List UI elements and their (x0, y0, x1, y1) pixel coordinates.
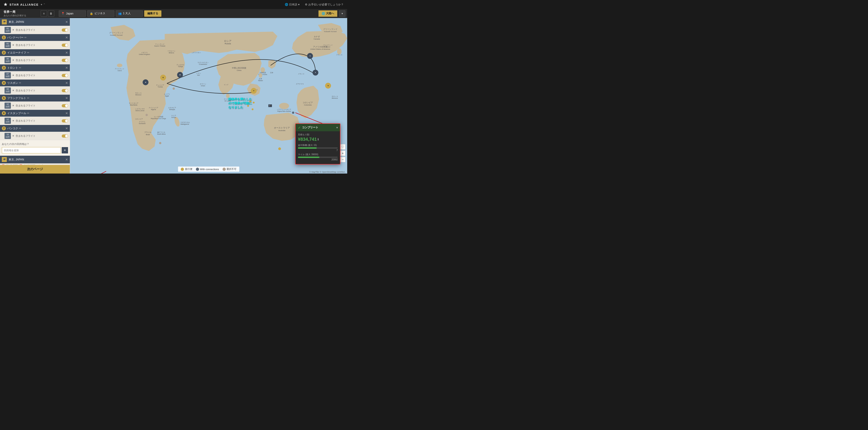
legend-unavailable-dot (222, 168, 225, 171)
class-filter[interactable]: 🔒 ビジネス (87, 10, 114, 17)
pin-vancouver[interactable]: 1 (313, 70, 318, 75)
sidebar-bottom: 次のページ (0, 165, 70, 173)
svg-text:République du Congo: République du Congo (151, 118, 166, 120)
tokyo-start-name: 東京, JAPAN (8, 20, 24, 24)
next-destination-section: あなたの次の目的地は？ + (0, 140, 70, 156)
flight-toggle-3[interactable] (62, 59, 68, 62)
svg-text:アメリカ合衆国: アメリカ合衆国 (313, 46, 327, 48)
close-icon[interactable]: ✕ (65, 20, 68, 24)
continent-button[interactable]: 🌐 大陸へ (318, 10, 337, 17)
vancouver-name: バンクーバー (7, 36, 24, 39)
destination-item-yellowknife: 2 イエローナイフ ✏ ✕ (0, 49, 70, 56)
pin-tokyo[interactable]: 🏴 (268, 104, 272, 107)
close-icon-return[interactable]: ✕ (65, 158, 68, 161)
price-value: ¥834,741 ℹ (298, 137, 338, 142)
close-icon-istanbul[interactable]: ✕ (65, 111, 68, 115)
svg-text:南アフリカ: 南アフリカ (157, 132, 165, 133)
flight-toggle-6[interactable] (62, 104, 68, 107)
flight-row-5: 0810月 ✈ 含まれるフライト (0, 87, 70, 95)
sub-navigation: 世界一周 あなたの旅を計画する ≡ 🗑 📍 Japan 🔒 ビジネス 👥 1 大… (0, 9, 347, 18)
date-badge-5: 0810月 (4, 88, 11, 94)
language-selector[interactable]: 🌐 日本語 ▾ (285, 3, 300, 6)
pin-istanbul[interactable]: 6 (177, 72, 183, 78)
dest-number-5: 5 (2, 96, 6, 100)
filter-bar: 📍 Japan 🔒 ビジネス 👥 1 大人 編集する (59, 10, 317, 17)
pin-toronto[interactable]: 3 (325, 83, 331, 89)
miles-value: 20992 (298, 158, 338, 161)
svg-text:モーリタニア: モーリタニア (129, 102, 138, 104)
pin-frankfurt[interactable]: 5 (160, 74, 166, 80)
close-icon-vancouver[interactable]: ✕ (65, 36, 68, 39)
edit-icon-istanbul[interactable]: ✏ (27, 111, 29, 115)
flight-toggle-2[interactable] (62, 44, 68, 47)
plane-icon: ✈ (12, 29, 14, 31)
edit-icon-lisbon[interactable]: ✏ (19, 81, 21, 85)
svg-text:Papua New Guinea: Papua New Guinea (277, 110, 291, 112)
close-icon-bangkok[interactable]: ✕ (65, 127, 68, 130)
lock-icon: 🔒 (90, 12, 93, 15)
edit-icon-yellowknife[interactable]: ✏ (27, 51, 29, 54)
zoom-in-button[interactable]: + (340, 151, 345, 156)
heart-button[interactable]: ♡ (340, 144, 345, 150)
help-link[interactable]: ⚙ お手伝いが必要でしょうか？ (305, 3, 344, 6)
stopovers-stat: 途中降機 (最大 15) 7 (298, 144, 338, 152)
main-content: 🏴 東京, JAPAN ✕ 0110月 ✈ 含まれるフライト 1 バンクーバー … (0, 18, 347, 173)
legend-connections: With connections (196, 168, 219, 171)
dest-number-2: 2 (2, 51, 6, 55)
dot-australia (278, 147, 281, 150)
edit-icon-toronto[interactable]: ✏ (19, 66, 21, 69)
delete-button[interactable]: 🗑 (48, 10, 54, 17)
close-icon-lisbon[interactable]: ✕ (65, 81, 68, 85)
card-chevron[interactable]: ▾ (336, 126, 338, 129)
next-dest-input[interactable] (2, 147, 61, 154)
dest-number-1: 1 (2, 35, 6, 39)
svg-text:イラン: イラン (196, 72, 201, 74)
svg-text:モロッコ: モロッコ (332, 96, 338, 97)
destination-filter[interactable]: 📍 Japan (59, 10, 86, 17)
edit-icon-bangkok[interactable]: ✏ (19, 127, 21, 130)
next-dest-input-row: + (2, 147, 68, 154)
destination-item-toronto: 3 トロント ✏ ✕ (0, 64, 70, 71)
settings-icon: ⚙ (305, 3, 307, 6)
dot-pac-island (292, 111, 294, 114)
price-label: 見積もり額: (298, 133, 338, 136)
pin-yellowknife[interactable]: 2 (307, 53, 313, 59)
svg-text:中華人民共和国: 中華人民共和国 (232, 67, 246, 69)
close-icon-toronto[interactable]: ✕ (65, 66, 68, 70)
legend-direct: 直行便 (181, 167, 192, 171)
next-page-button[interactable]: 次のページ (0, 165, 70, 173)
date-badge-7: 1210月 (4, 118, 11, 124)
pin-lisbon[interactable]: 4 (143, 79, 149, 85)
edit-button[interactable]: 編集する (144, 10, 161, 17)
map-controls: ♡ + − (340, 144, 345, 162)
flight-toggle-4[interactable] (62, 74, 68, 77)
sort-button[interactable]: ≡ (41, 10, 47, 17)
zoom-out-button[interactable]: − (340, 157, 345, 162)
close-icon-yellowknife[interactable]: ✕ (65, 51, 68, 55)
brand-tagline: ✦ ˜ (40, 3, 45, 6)
edit-icon-vancouver[interactable]: ✏ (24, 36, 27, 39)
svg-text:O'zbekiston: O'zbekiston (199, 64, 207, 65)
dot-portugal (173, 88, 175, 90)
stopovers-fill (298, 147, 317, 149)
toolbar-icons: ≡ 🗑 (40, 10, 55, 17)
svg-text:Australia: Australia (278, 130, 285, 132)
close-icon-frankfurt[interactable]: ✕ (65, 96, 68, 100)
flight-row-1: 0110月 ✈ 含まれるフライト (0, 26, 70, 34)
svg-text:カナダ: カナダ (314, 35, 320, 38)
collapse-button[interactable]: ▾ (339, 10, 345, 17)
info-card-header: ✓ コンプリート ▾ (296, 124, 340, 131)
edit-icon-frankfurt[interactable]: ✏ (27, 97, 29, 100)
add-destination-button[interactable]: + (62, 147, 68, 154)
pin-bangkok[interactable]: 7 (251, 88, 256, 94)
svg-text:フィンランド: フィンランド (155, 43, 164, 45)
flight-toggle-8[interactable] (62, 134, 68, 138)
greenland-left-label: グリーンランド (109, 32, 123, 34)
svg-text:Madagascar: Madagascar (180, 123, 189, 125)
passengers-filter[interactable]: 👥 1 大人 (116, 10, 143, 17)
flight-toggle-1[interactable] (62, 29, 68, 32)
flight-label-1: 含まれるフライト (16, 28, 35, 32)
flight-toggle-5[interactable] (62, 89, 68, 92)
flight-toggle-7[interactable] (62, 119, 68, 123)
flight-row-2: 0110月 ✈ 含まれるフライト (0, 41, 70, 49)
